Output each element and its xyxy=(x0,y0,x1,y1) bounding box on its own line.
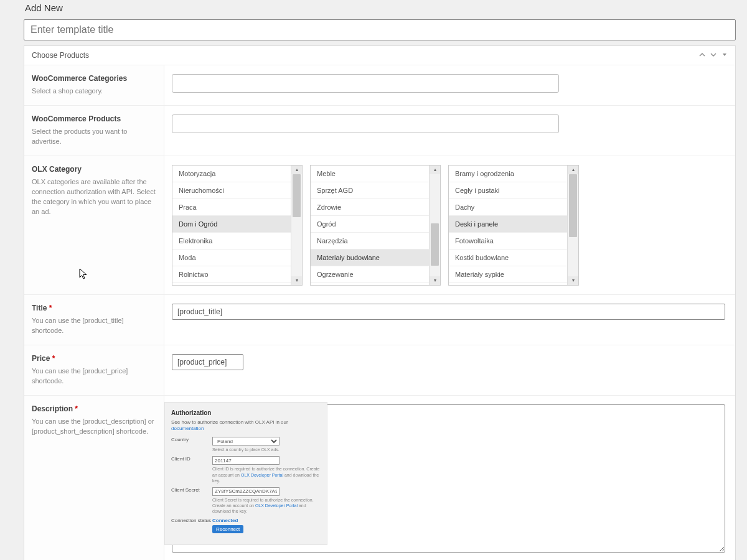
olx-cat-label: OLX Category xyxy=(32,165,156,174)
olx-category-item[interactable]: Elektronika xyxy=(172,233,291,250)
woo-categories-select[interactable] xyxy=(172,74,559,93)
olx-category-item[interactable]: Moda xyxy=(172,250,291,266)
woo-prod-desc: Select the products you want to advertis… xyxy=(32,127,156,147)
chevron-up-icon[interactable] xyxy=(699,52,705,59)
olx-category-item[interactable]: Meble xyxy=(311,166,429,182)
scroll-thumb[interactable] xyxy=(569,174,577,238)
page-title: Add New xyxy=(0,0,747,19)
auth-status-label: Connection status xyxy=(171,518,212,533)
section-price-field: Price * You can use the [product_price] … xyxy=(24,345,735,396)
scrollbar[interactable]: ▴▾ xyxy=(567,166,578,285)
auth-title: Authorization xyxy=(171,409,321,417)
metabox-header[interactable]: Choose Products xyxy=(24,46,735,65)
woo-cat-label: WooCommerce Categories xyxy=(32,74,156,83)
scroll-thumb[interactable] xyxy=(431,223,439,266)
auth-doc-link[interactable]: documentation xyxy=(171,426,204,431)
olx-category-item[interactable]: Wyposażenie wnętrz xyxy=(311,283,429,285)
scroll-down-icon[interactable]: ▾ xyxy=(430,276,440,285)
choose-products-metabox: Choose Products WooCommerce Categories S… xyxy=(24,45,736,560)
section-title-field: Title * You can use the [product_title] … xyxy=(24,295,735,345)
olx-category-column-2: MebleSprzęt AGDZdrowieOgródNarzędziaMate… xyxy=(310,165,441,286)
olx-category-item[interactable]: Motoryzacja xyxy=(172,166,291,182)
olx-category-item[interactable]: Nieruchomości xyxy=(172,182,291,199)
title-input[interactable] xyxy=(172,304,725,320)
olx-category-item[interactable]: Kostki budowlane xyxy=(449,250,567,266)
olx-category-item[interactable]: Praca xyxy=(172,199,291,216)
chevron-down-icon[interactable] xyxy=(710,52,716,59)
authorization-panel: Authorization See how to authorize conne… xyxy=(164,402,327,546)
auth-secret-link[interactable]: OLX Developer Portal xyxy=(255,503,298,508)
auth-clientid-hint: Client ID is required to authorize the c… xyxy=(212,466,321,483)
desc-field-label: Description * xyxy=(32,404,156,413)
olx-category-list[interactable]: MotoryzacjaNieruchomościPracaDom i Ogród… xyxy=(172,166,302,285)
section-olx-category: OLX Category OLX categories are availabl… xyxy=(24,156,735,295)
section-description-field: Description * You can use the [product_d… xyxy=(24,396,735,560)
olx-category-item[interactable]: Zwierzęta xyxy=(172,283,291,285)
olx-category-item[interactable]: Ogród xyxy=(311,216,429,233)
auth-country-select[interactable]: Poland xyxy=(212,437,280,446)
scroll-up-icon[interactable]: ▴ xyxy=(568,166,578,174)
scroll-up-icon[interactable]: ▴ xyxy=(291,166,302,174)
olx-category-item[interactable]: Materiały budowlane xyxy=(311,250,429,266)
olx-category-item[interactable]: Sprzęt AGD xyxy=(311,182,429,199)
olx-category-list[interactable]: Bramy i ogrodzeniaCegły i pustakiDachyDe… xyxy=(449,166,578,285)
price-field-desc: You can use the [product_price] shortcod… xyxy=(32,366,156,386)
olx-category-item[interactable]: Podłogi xyxy=(449,283,567,285)
auth-reconnect-button[interactable]: Reconnect xyxy=(212,525,243,533)
auth-clientid-link[interactable]: OLX Developer Portal xyxy=(241,473,283,477)
scroll-down-icon[interactable]: ▾ xyxy=(568,276,578,285)
olx-category-item[interactable]: Materiały sypkie xyxy=(449,266,567,283)
auth-clientid-input[interactable] xyxy=(212,456,280,465)
woo-prod-label: WooCommerce Products xyxy=(32,114,156,123)
olx-category-item[interactable]: Dachy xyxy=(449,199,567,216)
olx-category-item[interactable]: Ogrzewanie xyxy=(311,266,429,283)
toggle-triangle-icon[interactable] xyxy=(721,52,728,59)
scroll-thumb[interactable] xyxy=(293,174,301,217)
price-field-label: Price * xyxy=(32,354,156,363)
woo-products-select[interactable] xyxy=(172,114,559,133)
olx-category-item[interactable]: Zdrowie xyxy=(311,199,429,216)
scrollbar[interactable]: ▴▾ xyxy=(429,166,440,285)
price-input[interactable] xyxy=(172,354,243,370)
auth-status-text: Connected xyxy=(212,518,321,524)
olx-category-item[interactable]: Bramy i ogrodzenia xyxy=(449,166,567,182)
scroll-up-icon[interactable]: ▴ xyxy=(430,166,440,174)
olx-category-item[interactable]: Dom i Ogród xyxy=(172,216,291,233)
auth-clientid-label: Client ID xyxy=(171,456,212,483)
olx-category-item[interactable]: Fotowoltaika xyxy=(449,233,567,250)
woo-cat-desc: Select a shop category. xyxy=(32,86,156,96)
olx-category-item[interactable]: Rolnictwo xyxy=(172,266,291,283)
auth-secret-hint: Client Secret is required to authorize t… xyxy=(212,497,321,514)
scroll-down-icon[interactable]: ▾ xyxy=(291,276,302,285)
olx-category-item[interactable]: Deski i panele xyxy=(449,216,567,233)
title-field-desc: You can use the [product_title] shortcod… xyxy=(32,316,156,336)
auth-secret-input[interactable] xyxy=(212,487,280,496)
desc-field-desc: You can use the [product_description] or… xyxy=(32,417,156,437)
section-woo-categories: WooCommerce Categories Select a shop cat… xyxy=(24,65,735,106)
auth-intro: See how to authorize connection with OLX… xyxy=(171,419,321,432)
olx-cat-desc: OLX categories are available after the c… xyxy=(32,177,156,217)
metabox-title: Choose Products xyxy=(32,51,89,60)
olx-category-column-1: MotoryzacjaNieruchomościPracaDom i Ogród… xyxy=(172,165,303,286)
auth-country-label: Country xyxy=(171,437,212,452)
auth-secret-label: Client Secret xyxy=(171,487,212,514)
olx-category-item[interactable]: Cegły i pustaki xyxy=(449,182,567,199)
template-title-input[interactable] xyxy=(24,19,736,40)
olx-category-list[interactable]: MebleSprzęt AGDZdrowieOgródNarzędziaMate… xyxy=(311,166,440,285)
section-woo-products: WooCommerce Products Select the products… xyxy=(24,106,735,156)
olx-category-column-3: Bramy i ogrodzeniaCegły i pustakiDachyDe… xyxy=(448,165,579,286)
olx-category-item[interactable]: Narzędzia xyxy=(311,233,429,250)
scrollbar[interactable]: ▴▾ xyxy=(291,166,302,285)
title-field-label: Title * xyxy=(32,304,156,312)
auth-country-hint: Select a country to place OLX ads. xyxy=(212,447,321,452)
